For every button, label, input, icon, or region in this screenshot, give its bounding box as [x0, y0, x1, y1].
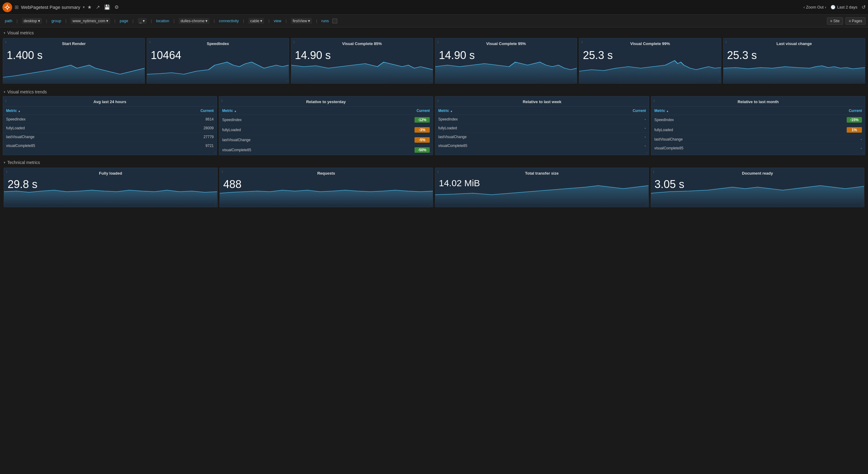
info-icon-doc-ready[interactable]: i [653, 170, 654, 173]
info-icon-week[interactable]: i [438, 99, 438, 102]
info-icon-vc99[interactable]: i [582, 40, 582, 44]
app-icon[interactable] [2, 2, 12, 12]
metric-name-y1: SpeedIndex [219, 115, 352, 125]
th-metric-month[interactable]: Metric ▲ [651, 107, 784, 115]
zoom-out-btn[interactable]: ‹ Zoom Out › [804, 5, 826, 9]
runs-checkbox[interactable] [332, 19, 337, 24]
pages-button[interactable]: ≡ Pages [845, 17, 866, 25]
resize-handle-3[interactable]: ⤢ [430, 80, 432, 83]
metric-name-m4: visualComplete85 [651, 144, 784, 153]
metric-value-m1: -15% [784, 115, 865, 125]
info-icon-24h[interactable]: i [5, 99, 6, 102]
info-icon-month[interactable]: i [654, 99, 654, 102]
zoom-out-label: Zoom Out [806, 5, 824, 9]
visual-trends-chevron[interactable]: ▾ [4, 90, 5, 94]
top-bar-action-icons: ★ ↗ 💾 ⚙ [87, 4, 119, 10]
trend-card-24h: i Avg last 24 hours Metric ▲ Current Spe… [3, 96, 217, 155]
badge-y3: -5% [414, 137, 430, 143]
trends-section: i Avg last 24 hours Metric ▲ Current Spe… [0, 96, 868, 157]
filter-dulles[interactable]: dulles-chrome▾ [176, 17, 212, 25]
info-icon-yesterday[interactable]: i [222, 99, 222, 102]
info-icon-requests[interactable]: i [222, 170, 223, 173]
filter-view-label: view [274, 19, 281, 23]
metric-name-24h-3: lastVisualChange [3, 133, 141, 141]
filter-underscore[interactable]: _▾ [135, 17, 149, 25]
info-icon-speedindex[interactable]: i [149, 40, 150, 44]
start-render-title: Start Render [7, 41, 141, 46]
settings-icon[interactable]: ⚙ [115, 4, 119, 10]
metric-value-m3: - [784, 135, 865, 144]
filter-group-label: group [52, 19, 61, 23]
resize-handle-t4[interactable]: ⤢ [861, 203, 863, 206]
resize-handle-t3[interactable]: ⤢ [646, 203, 648, 206]
requests-title: Requests [223, 171, 429, 176]
filter-page[interactable]: page [117, 18, 130, 24]
visual-metrics-chevron[interactable]: ▾ [4, 31, 5, 35]
transfer-size-title: Total transfer size [439, 171, 645, 176]
filter-desktop[interactable]: desktop▾ [20, 17, 44, 25]
badge-y2: -3% [414, 127, 430, 133]
metric-name-w1: SpeedIndex [435, 115, 573, 124]
resize-handle-2[interactable]: ⤢ [286, 80, 288, 83]
title-dropdown-icon[interactable]: ▾ [83, 5, 85, 9]
trend-card-month: i Relative to last month Metric ▲ Curren… [651, 96, 865, 155]
table-row: visualComplete85 - [435, 141, 649, 150]
filter-www[interactable]: www_nytimes_com▾ [68, 17, 113, 25]
filter-group[interactable]: group [49, 18, 64, 24]
star-icon[interactable]: ★ [87, 4, 92, 10]
refresh-icon[interactable]: ↺ [862, 4, 866, 10]
tech-card-requests: i Requests 488 ⤢ [219, 168, 433, 207]
resize-handle-4[interactable]: ⤢ [574, 80, 576, 83]
resize-handle-trend-3[interactable]: ⤢ [646, 151, 648, 154]
filter-runs[interactable]: runs [319, 18, 331, 24]
filter-location-label: location [156, 19, 169, 23]
info-icon-transfer-size[interactable]: i [438, 170, 438, 173]
technical-metrics-chevron[interactable]: ▾ [4, 161, 5, 165]
share-icon[interactable]: ↗ [96, 4, 100, 10]
resize-handle-6[interactable]: ⤢ [862, 80, 864, 83]
metric-card-speedindex: i SpeedIndex 10464 ⤢ [147, 38, 289, 84]
filter-location[interactable]: location [154, 18, 172, 24]
table-row: visualComplete85 -50% [219, 145, 433, 155]
trend-yesterday-title: Relative to yesterday [219, 96, 433, 107]
th-current-yesterday[interactable]: Current [352, 107, 433, 115]
visual-trends-section-header: ▾ Visual metrics trends [0, 86, 868, 96]
filter-path[interactable]: path [2, 18, 14, 24]
info-icon-fully-loaded[interactable]: i [6, 170, 7, 173]
last-visual-title: Last visual change [727, 41, 861, 46]
metric-card-vc85: i Visual Complete 85% 14.90 s ⤢ [291, 38, 433, 84]
filter-view[interactable]: view [271, 18, 284, 24]
info-icon-vc95[interactable]: i [438, 40, 438, 44]
filter-sep-11: | [285, 19, 286, 23]
resize-handle-trend-4[interactable]: ⤢ [862, 151, 864, 154]
info-icon-start-render[interactable]: i [5, 40, 6, 44]
speedindex-value: 10464 [151, 49, 285, 62]
th-metric-yesterday[interactable]: Metric ▲ [219, 107, 352, 115]
filter-cable[interactable]: cable▾ [246, 17, 267, 25]
filter-firstview[interactable]: firstView▾ [288, 17, 314, 25]
technical-metrics-title: Technical metrics [7, 160, 40, 165]
resize-handle-1[interactable]: ⤢ [142, 80, 144, 83]
th-current-week[interactable]: Current [573, 107, 649, 115]
resize-handle-t2[interactable]: ⤢ [430, 203, 432, 206]
metric-name-y4: visualComplete85 [219, 145, 352, 155]
clock-icon: 🕐 [831, 5, 835, 9]
info-icon-vc85[interactable]: i [294, 40, 294, 44]
metric-value-y1: -12% [352, 115, 433, 125]
resize-handle-t1[interactable]: ⤢ [214, 203, 217, 206]
resize-handle-5[interactable]: ⤢ [718, 80, 720, 83]
visual-metrics-section-header: ▾ Visual metrics [0, 27, 868, 37]
th-current-month[interactable]: Current [784, 107, 865, 115]
runs-checkbox-box[interactable] [332, 19, 337, 24]
th-metric-24h[interactable]: Metric ▲ [3, 107, 141, 115]
filter-connectivity[interactable]: connectivity [216, 18, 241, 24]
th-metric-week[interactable]: Metric ▲ [435, 107, 573, 115]
resize-handle-trend-1[interactable]: ⤢ [214, 151, 216, 154]
resize-handle-trend-2[interactable]: ⤢ [430, 151, 432, 154]
th-current-24h[interactable]: Current [141, 107, 217, 115]
time-range[interactable]: 🕐 Last 2 days [831, 5, 858, 9]
site-button[interactable]: ≡ Site [827, 17, 843, 25]
save-icon[interactable]: 💾 [104, 4, 110, 10]
last-visual-chart [723, 59, 865, 83]
info-icon-last-visual[interactable]: i [726, 40, 726, 44]
